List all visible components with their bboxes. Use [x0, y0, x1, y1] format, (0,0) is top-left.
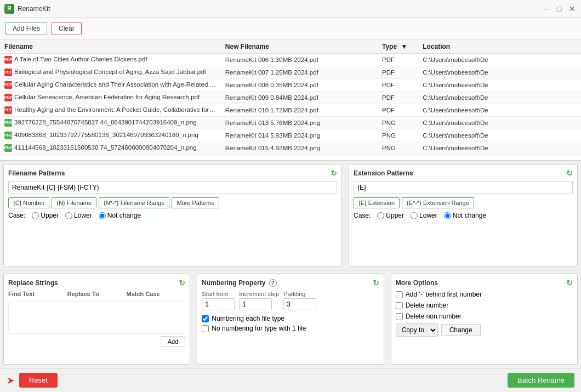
add-dash-checkbox[interactable] [396, 291, 403, 298]
case-lower-radio[interactable] [65, 212, 72, 219]
delete-number-checkbox[interactable] [396, 302, 403, 309]
padding-input[interactable] [283, 298, 316, 310]
table-row: PNG392776228_75544870745827 44_864390174… [0, 117, 581, 129]
ext-case-nochange-label[interactable]: Not change [444, 212, 486, 219]
logo-text: R [7, 5, 11, 12]
replace-entries-area [8, 301, 185, 334]
app-logo: R [4, 4, 14, 14]
cell-filename: PDFCellular Senescence, American Federat… [0, 92, 221, 104]
filename-case-row: Case: Upper Lower Not change [8, 212, 337, 219]
change-button[interactable]: Change [441, 324, 481, 336]
close-button[interactable]: ✕ [568, 4, 577, 13]
replace-strings-title: Replace Strings ↻ [8, 279, 185, 287]
cell-type: PDF [378, 66, 418, 79]
pattern-btn-filename[interactable]: {N} Filename [52, 197, 96, 208]
filename-pattern-input[interactable] [8, 181, 337, 194]
cell-type: PNG [378, 117, 418, 129]
filter-icon[interactable]: ▼ [401, 43, 407, 50]
more-patterns-button[interactable]: More Patterns [172, 197, 219, 208]
cell-newname: RenameKit 013 5.76MB 2024.png [221, 117, 378, 129]
filename-patterns-panel: Filename Patterns ↻ {C} Number {N} Filen… [3, 164, 342, 266]
numbering-fields: Start from Increment step Padding [202, 291, 379, 310]
ext-case-lower-label[interactable]: Lower [411, 212, 437, 219]
pdf-icon: PDF [4, 94, 12, 101]
png-icon: PNG [4, 132, 12, 139]
numbering-refresh-icon[interactable]: ↻ [373, 279, 379, 287]
cell-type: PDF [378, 79, 418, 92]
copy-to-select[interactable]: Copy to Move to [396, 323, 438, 337]
extension-pattern-input[interactable] [354, 181, 573, 194]
cell-location: C:\Users\mobeesoft\De [418, 54, 581, 66]
case-upper-label[interactable]: Upper [32, 212, 59, 219]
delete-non-number-row: Delete non number [396, 313, 573, 320]
replace-refresh-icon[interactable]: ↻ [179, 279, 185, 287]
restore-button[interactable]: □ [555, 4, 563, 13]
more-options-panel: More Options ↻ Add '-' behind first numb… [391, 274, 578, 365]
file-table-container: Filename New Filename Type ▼ Location PD… [0, 40, 581, 161]
ext-case-upper-radio[interactable] [377, 212, 384, 219]
replace-strings-panel: Replace Strings ↻ Find Text Replace To M… [3, 274, 190, 365]
window-controls: ─ □ ✕ [542, 4, 577, 13]
add-dash-row: Add '-' behind first number [396, 291, 573, 298]
numbering-each-type-checkbox[interactable] [202, 315, 209, 322]
ext-case-upper-label[interactable]: Upper [377, 212, 404, 219]
clear-button[interactable]: Clear [52, 22, 82, 35]
increment-field: Increment step [239, 291, 279, 310]
copy-to-row: Copy to Move to Change [396, 323, 573, 337]
more-options-refresh-icon[interactable]: ↻ [566, 279, 573, 287]
padding-label: Padding [283, 291, 316, 297]
delete-non-number-checkbox[interactable] [396, 313, 403, 320]
pdf-icon: PDF [4, 106, 12, 114]
patterns-row: Filename Patterns ↻ {C} Number {N} Filen… [0, 161, 581, 270]
file-table-body: PDFA Tale of Two Cities Author Charles D… [0, 54, 581, 155]
extension-refresh-icon[interactable]: ↻ [566, 169, 573, 178]
cell-newname: RenameKit 009 0.84MB 2024.pdf [221, 92, 378, 104]
case-upper-radio[interactable] [32, 212, 39, 219]
numbering-info-icon: ? [269, 279, 277, 287]
ext-case-nochange-radio[interactable] [444, 212, 451, 219]
add-files-button[interactable]: Add Files [5, 22, 47, 35]
minimize-button[interactable]: ─ [542, 4, 550, 13]
ext-btn-range[interactable]: {E*-*} Extension Range [402, 197, 474, 208]
col-header-newname: New Filename [221, 40, 378, 54]
no-numbering-checkbox[interactable] [202, 325, 209, 332]
table-row: PDFCellular Aging Characteristics and Th… [0, 79, 581, 92]
start-from-label: Start from [202, 291, 235, 297]
bottom-panels: Filename Patterns ↻ {C} Number {N} Filen… [0, 161, 581, 368]
cell-newname: RenameKit 014 5.93MB 2024.png [221, 129, 378, 142]
increment-input[interactable] [239, 298, 272, 310]
case-lower-label[interactable]: Lower [65, 212, 92, 219]
col-header-filename: Filename [0, 40, 221, 54]
cell-location: C:\Users\mobeesoft\De [418, 142, 581, 155]
numbering-title: Numbering Property ? ↻ [202, 279, 379, 287]
numbering-each-type-row: Numbering each file type [202, 315, 379, 322]
cell-filename: PNG392776228_75544870745827 44_864390174… [0, 117, 221, 129]
toolbar: Add Files Clear [0, 18, 581, 40]
case-nochange-radio[interactable] [99, 212, 106, 219]
png-icon: PNG [4, 119, 12, 127]
reset-button[interactable]: Reset [19, 373, 58, 388]
increment-label: Increment step [239, 291, 279, 297]
extension-case-row: Case: Upper Lower Not change [354, 212, 573, 219]
table-row: PDFHealthy Aging and the Environment. A … [0, 104, 581, 117]
extension-patterns-title: Extension Patterns ↻ [354, 169, 573, 178]
pdf-icon: PDF [4, 56, 12, 64]
ext-case-lower-radio[interactable] [411, 212, 418, 219]
cell-type: PNG [378, 142, 418, 155]
case-nochange-label[interactable]: Not change [99, 212, 141, 219]
app-title: RenameKit [18, 5, 542, 13]
cell-newname: RenameKit 008 0.35MB 2024.pdf [221, 79, 378, 92]
start-from-input[interactable] [202, 298, 235, 310]
filename-refresh-icon[interactable]: ↻ [331, 169, 337, 178]
cell-type: PDF [378, 54, 418, 66]
pattern-btn-number[interactable]: {C} Number [8, 197, 49, 208]
add-replace-button[interactable]: Add [161, 336, 186, 347]
ext-btn-extension[interactable]: {E} Extension [354, 197, 400, 208]
batch-rename-button[interactable]: Batch Rename [508, 373, 574, 388]
numbering-panel: Numbering Property ? ↻ Start from Increm… [197, 274, 384, 365]
pattern-btn-range[interactable]: {N*-*} Filename Range [99, 197, 169, 208]
table-row: PNG409083868_10233792775580136_302146970… [0, 129, 581, 142]
cell-newname: RenameKit 015 4.93MB 2024.png [221, 142, 378, 155]
options-row: Replace Strings ↻ Find Text Replace To M… [0, 270, 581, 368]
cell-filename: PNG411144568_10233161500530 74_572460000… [0, 142, 221, 155]
